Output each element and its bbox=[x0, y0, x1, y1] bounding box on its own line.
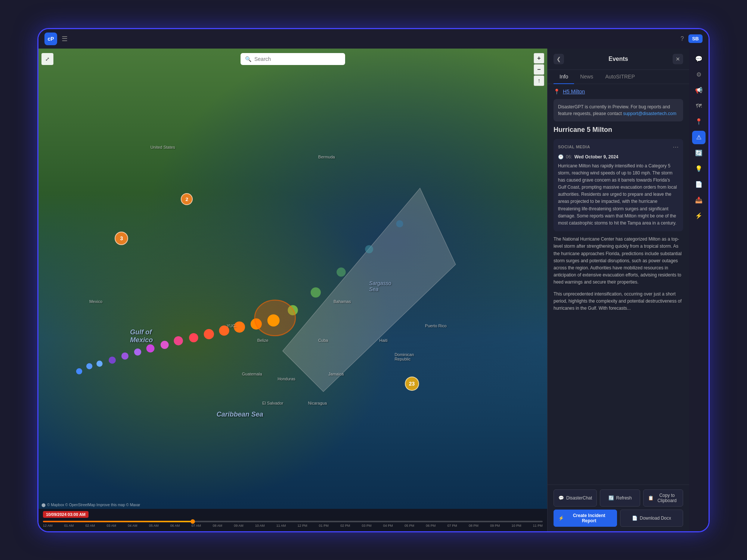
preview-notice: DisasterGPT is currently in Preview. For… bbox=[554, 99, 683, 121]
sidebar-doc-icon[interactable]: 📄 bbox=[692, 178, 706, 191]
map-controls: + − ↑ bbox=[534, 53, 544, 86]
app-frame: cP ☰ ? SB bbox=[37, 28, 710, 532]
titlebar: cP ☰ ? SB bbox=[38, 29, 709, 49]
social-media-header: SOCIAL MEDIA ⋯ bbox=[558, 143, 679, 151]
mapbox-logo: ⬤ bbox=[41, 503, 46, 507]
map-background bbox=[38, 49, 547, 531]
events-tabs: Info News AutoSITREP bbox=[548, 70, 689, 84]
download-btn-icon: 📄 bbox=[632, 516, 638, 521]
chat-btn-icon: 💬 bbox=[558, 495, 564, 501]
sidebar-bolt-icon[interactable]: ⚡ bbox=[692, 209, 706, 223]
logo-button[interactable]: cP bbox=[44, 33, 57, 45]
social-media-section: SOCIAL MEDIA ⋯ 🕐 06: Wed October 9, 2024… bbox=[554, 139, 683, 232]
sidebar-refresh-icon[interactable]: 🔄 bbox=[692, 146, 706, 160]
right-sidebar: 💬 ⚙ 📢 🗺 📍 ⚠ 🔄 💡 📄 📥 ⚡ bbox=[689, 49, 709, 531]
sidebar-warning-icon[interactable]: ⚠ bbox=[692, 131, 706, 144]
timeline-labels: 12 AM 01 AM 02 AM 03 AM 04 AM 05 AM 06 A… bbox=[43, 524, 543, 527]
map-area[interactable]: 3 2 23 United States Mexico Gulf ofMexic… bbox=[38, 49, 547, 531]
events-panel-title: Events bbox=[564, 56, 673, 62]
timeline-progress bbox=[43, 521, 193, 522]
create-incident-button[interactable]: ⚡ Create Incident Report bbox=[554, 510, 617, 527]
cluster-marker-23[interactable]: 23 bbox=[405, 377, 419, 391]
download-docx-button[interactable]: 📄 Download Docx bbox=[620, 510, 684, 527]
sidebar-bulb-icon[interactable]: 💡 bbox=[692, 162, 706, 176]
post-text-2: The National Hurricane Center has catego… bbox=[554, 236, 683, 286]
mapbox-credit: ⬤ © Mapbox © OpenStreetMap Improve this … bbox=[41, 503, 140, 507]
sidebar-download-icon[interactable]: 📥 bbox=[692, 194, 706, 207]
refresh-btn-icon: 🔄 bbox=[608, 495, 614, 501]
post-text-1: Hurricane Milton has rapidly intensified… bbox=[558, 163, 679, 227]
social-media-label: SOCIAL MEDIA bbox=[558, 145, 590, 149]
fullscreen-button[interactable]: ⤢ bbox=[41, 53, 53, 65]
location-link[interactable]: H5 Milton bbox=[563, 89, 585, 95]
zoom-in-button[interactable]: + bbox=[534, 53, 544, 64]
help-icon[interactable]: ? bbox=[681, 35, 684, 42]
timeline-thumb[interactable] bbox=[190, 519, 195, 524]
post-time-icon: 🕐 bbox=[558, 154, 564, 160]
sidebar-pin-icon[interactable]: 📍 bbox=[692, 115, 706, 129]
events-footer: 💬 DisasterChat 🔄 Refresh 📋 Copy to Clipb… bbox=[548, 485, 689, 531]
post-time-prefix: 06: bbox=[566, 154, 572, 160]
timeline-bar: 10/09/2024 03:00 AM 12 AM 01 AM 02 AM 03… bbox=[38, 509, 547, 531]
post-time-row: 🕐 06: Wed October 9, 2024 bbox=[558, 154, 679, 160]
tab-info[interactable]: Info bbox=[554, 70, 574, 84]
social-media-more-button[interactable]: ⋯ bbox=[673, 143, 679, 151]
location-pin-icon: 📍 bbox=[554, 89, 560, 95]
events-close-button[interactable]: ✕ bbox=[673, 54, 683, 64]
sidebar-alert-icon[interactable]: 📢 bbox=[692, 84, 706, 97]
copy-btn-icon: 📋 bbox=[648, 495, 654, 501]
timeline-track[interactable] bbox=[43, 521, 543, 522]
preview-email-link[interactable]: support@disastertech.com bbox=[623, 111, 676, 116]
sidebar-chat-icon[interactable]: 💬 bbox=[692, 52, 706, 66]
compass-button[interactable]: ↑ bbox=[534, 75, 544, 86]
sidebar-layers-icon[interactable]: 🗺 bbox=[692, 99, 706, 113]
incident-btn-icon: ⚡ bbox=[558, 516, 564, 521]
map-search-container: 🔍 bbox=[241, 53, 345, 65]
timeline-date-badge: 10/09/2024 03:00 AM bbox=[43, 511, 89, 518]
copy-to-clipboard-button[interactable]: 📋 Copy to Clipboard bbox=[643, 489, 683, 507]
post-text-3: This unprecedented intensification, occu… bbox=[554, 291, 683, 312]
hurricane-title: Hurricane 5 Milton bbox=[554, 126, 683, 134]
events-body: 📍 H5 Milton DisasterGPT is currently in … bbox=[548, 84, 689, 485]
footer-row-1: 💬 DisasterChat 🔄 Refresh 📋 Copy to Clipb… bbox=[554, 489, 683, 507]
disaster-chat-button[interactable]: 💬 DisasterChat bbox=[554, 489, 597, 507]
events-panel-header: ❮ Events ✕ bbox=[548, 49, 689, 70]
events-panel: ❮ Events ✕ Info News AutoSITREP 📍 H5 Mil… bbox=[547, 49, 689, 531]
search-input[interactable] bbox=[254, 56, 341, 62]
hamburger-menu-icon[interactable]: ☰ bbox=[62, 35, 68, 43]
user-badge[interactable]: SB bbox=[688, 34, 703, 43]
tab-news[interactable]: News bbox=[574, 70, 599, 84]
location-row: 📍 H5 Milton bbox=[554, 89, 683, 95]
footer-row-2: ⚡ Create Incident Report 📄 Download Docx bbox=[554, 510, 683, 527]
refresh-button[interactable]: 🔄 Refresh bbox=[600, 489, 640, 507]
zoom-out-button[interactable]: − bbox=[534, 64, 544, 75]
search-icon: 🔍 bbox=[245, 56, 251, 62]
events-back-button[interactable]: ❮ bbox=[554, 54, 564, 64]
post-date: Wed October 9, 2024 bbox=[574, 154, 619, 160]
sidebar-settings-icon[interactable]: ⚙ bbox=[692, 68, 706, 81]
main-content: 3 2 23 United States Mexico Gulf ofMexic… bbox=[38, 49, 709, 531]
tab-autositrep[interactable]: AutoSITREP bbox=[599, 70, 641, 84]
